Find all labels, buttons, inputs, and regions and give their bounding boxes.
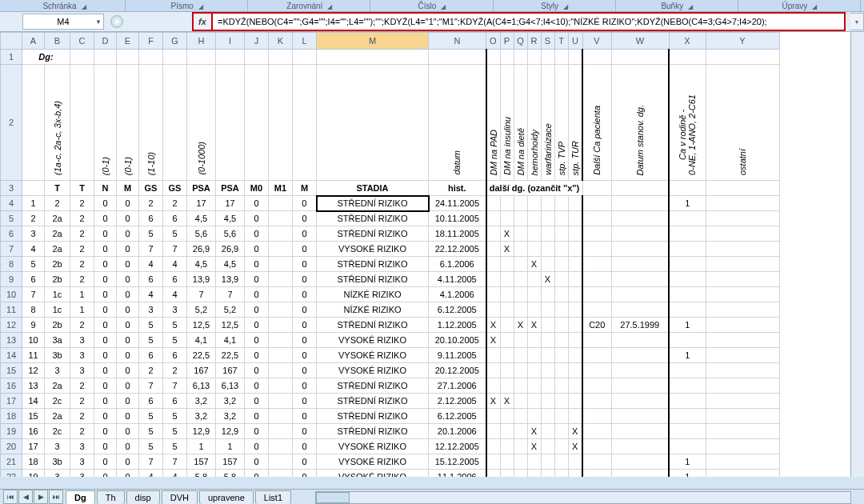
cell[interactable] [582, 50, 611, 65]
cell[interactable]: 12,9 [216, 424, 245, 439]
cell[interactable]: 5 [139, 318, 163, 333]
cell[interactable] [669, 378, 706, 394]
cell[interactable] [554, 211, 568, 226]
cell[interactable]: 0 [94, 333, 117, 348]
cell[interactable]: 2c [45, 424, 70, 439]
row-header[interactable]: 8 [1, 257, 22, 272]
tab-nav-last-icon[interactable]: ⏭ [49, 490, 63, 504]
cell[interactable]: 0 [94, 318, 117, 333]
cell[interactable]: 5,2 [187, 302, 216, 318]
cell[interactable]: 0 [94, 378, 117, 394]
cell[interactable]: STADIA [317, 181, 429, 196]
col-header[interactable]: K [269, 33, 293, 50]
cell[interactable] [669, 363, 706, 378]
cell[interactable] [500, 439, 514, 454]
cell[interactable] [514, 272, 527, 287]
cell[interactable] [706, 470, 779, 478]
cell[interactable] [554, 302, 568, 318]
cell[interactable] [568, 363, 582, 378]
cell[interactable]: 8 [22, 302, 45, 318]
cell[interactable] [611, 470, 669, 478]
cell[interactable] [669, 394, 706, 409]
cell[interactable]: 0 [117, 439, 139, 454]
cell[interactable] [706, 272, 779, 287]
horizontal-scrollbar[interactable] [315, 491, 851, 504]
cell[interactable]: 0 [94, 409, 117, 424]
col-header[interactable]: A [22, 33, 45, 50]
cell[interactable] [163, 50, 187, 65]
cell[interactable]: 20.1.2006 [429, 424, 486, 439]
cell[interactable]: GS [139, 181, 163, 196]
cell[interactable]: T [70, 181, 94, 196]
cell[interactable]: 6 [139, 272, 163, 287]
cell[interactable]: 0 [245, 196, 269, 211]
cell[interactable] [500, 50, 514, 65]
cell[interactable]: 7 [163, 378, 187, 394]
cell[interactable]: 0 [94, 302, 117, 318]
cell[interactable] [568, 211, 582, 226]
col-header[interactable]: L [293, 33, 317, 50]
row-header[interactable]: 10 [1, 287, 22, 302]
cell[interactable] [527, 470, 541, 478]
cell[interactable]: 11.1.2006 [429, 470, 486, 478]
ribbon-group[interactable]: Styly◢ [494, 2, 616, 10]
cell[interactable]: 12 [22, 363, 45, 378]
cell[interactable] [554, 378, 568, 394]
cell[interactable] [611, 257, 669, 272]
cell[interactable]: 2c [45, 394, 70, 409]
cell[interactable] [554, 348, 568, 363]
cell[interactable] [500, 318, 514, 333]
cell[interactable]: 9 [22, 318, 45, 333]
cell[interactable]: STŘEDNÍ RIZIKO [317, 394, 429, 409]
col-header[interactable]: W [611, 33, 669, 50]
cell[interactable] [554, 226, 568, 242]
cell[interactable] [486, 348, 501, 363]
cell[interactable] [554, 257, 568, 272]
row-header[interactable]: 15 [1, 363, 22, 378]
cell[interactable] [582, 394, 611, 409]
cell[interactable]: 6,13 [216, 378, 245, 394]
cell[interactable]: 4,1 [187, 333, 216, 348]
cell[interactable] [582, 378, 611, 394]
cell[interactable]: 5 [163, 424, 187, 439]
cell[interactable] [527, 272, 541, 287]
cell[interactable] [554, 439, 568, 454]
cell[interactable] [22, 181, 45, 196]
cell[interactable]: 17 [216, 196, 245, 211]
cell[interactable]: 0 [245, 454, 269, 470]
cell[interactable]: 9.11.2005 [429, 348, 486, 363]
cell[interactable]: 2a [45, 242, 70, 257]
cell[interactable]: 0 [293, 257, 317, 272]
cell[interactable]: VYSOKÉ RIZIKO [317, 363, 429, 378]
cell[interactable] [706, 226, 779, 242]
cell[interactable]: 0 [245, 211, 269, 226]
cell[interactable] [582, 181, 611, 196]
cell[interactable] [611, 287, 669, 302]
cell[interactable] [554, 454, 568, 470]
cell[interactable] [582, 348, 611, 363]
cell[interactable] [541, 439, 554, 454]
cell[interactable] [500, 378, 514, 394]
cell[interactable]: 0 [117, 302, 139, 318]
cell[interactable]: 27.5.1999 [611, 318, 669, 333]
cell[interactable]: 4 [139, 257, 163, 272]
cell[interactable]: 5 [163, 409, 187, 424]
cell[interactable] [706, 287, 779, 302]
cell[interactable] [527, 302, 541, 318]
select-all-cell[interactable] [1, 33, 22, 50]
cell[interactable] [216, 65, 245, 181]
cell[interactable] [554, 272, 568, 287]
cell[interactable]: X [486, 333, 501, 348]
cell[interactable]: 12,5 [187, 318, 216, 333]
cell[interactable]: STŘEDNÍ RIZIKO [317, 409, 429, 424]
cell[interactable]: 0 [245, 409, 269, 424]
cell[interactable]: 0 [94, 454, 117, 470]
cell[interactable] [568, 272, 582, 287]
sheet-tab[interactable]: disp [126, 490, 160, 504]
sheet-tab[interactable]: Dg [66, 490, 95, 504]
cell[interactable] [669, 242, 706, 257]
cell[interactable]: 0 [117, 226, 139, 242]
cell[interactable]: 4 [22, 242, 45, 257]
cell[interactable] [486, 454, 501, 470]
cell[interactable] [611, 378, 669, 394]
